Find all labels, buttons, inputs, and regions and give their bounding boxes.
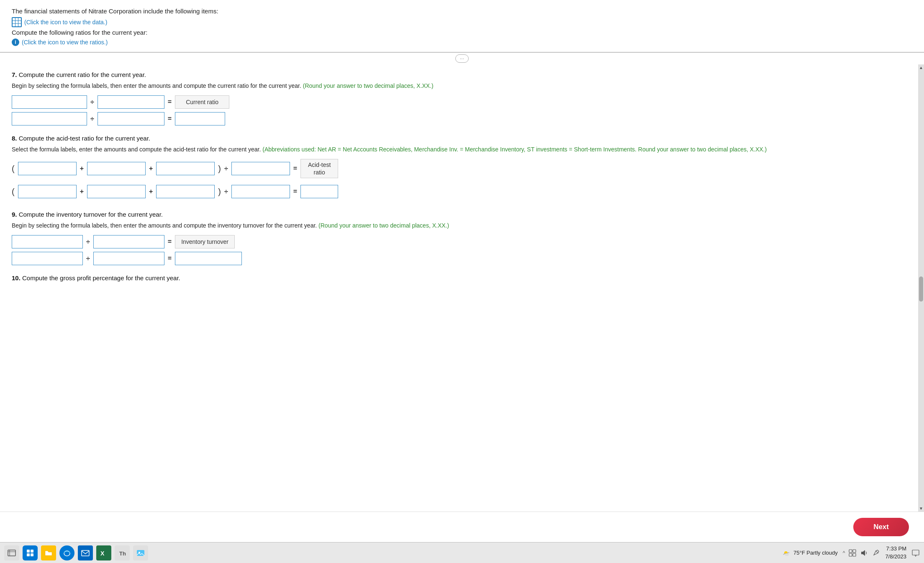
speaker-icon [860,549,868,557]
q8-equals1: = [293,165,297,172]
svg-rect-3 [27,550,30,553]
q8-val1[interactable] [18,185,77,198]
svg-rect-8 [82,550,89,556]
chevron-icon[interactable]: ^ [843,550,845,556]
data-link-row[interactable]: (Click the icon to view the data.) [12,17,912,27]
q7-formula-row1: ÷ = Current ratio [12,95,912,109]
q7-instruction: Begin by selecting the formula labels, t… [12,82,912,90]
scroll-down-arrow[interactable]: ▼ [919,506,923,511]
taskbar-icon-snippingtool[interactable] [4,545,19,560]
weather-widget: 75°F Partly cloudy [781,548,838,558]
divider-dots: ··· [455,54,469,63]
q9-input2[interactable] [93,235,164,248]
question-9: 9. Compute the inventory turnover for th… [12,211,912,265]
scroll-up-arrow[interactable]: ▲ [919,65,923,70]
q8-paren2-open: ( [12,187,15,197]
q7-title: 7. Compute the current ratio for the cur… [12,71,912,78]
svg-rect-5 [27,553,30,556]
q7-divide1: ÷ [90,98,94,106]
q9-val2[interactable] [93,252,164,265]
svg-rect-20 [912,550,919,555]
question-7: 7. Compute the current ratio for the cur… [12,71,912,125]
next-button[interactable]: Next [853,518,909,536]
taskbar-icon-store[interactable] [23,545,38,560]
svg-rect-19 [861,552,863,554]
q8-input3[interactable] [156,162,215,175]
taskview-icon [848,549,857,557]
taskbar-icon-typora[interactable]: Th [115,545,130,560]
q8-result[interactable] [300,185,338,198]
q7-equals1: = [168,98,172,106]
question-8: 8. Compute the acid-test ratio for the c… [12,135,912,202]
q7-result[interactable] [175,112,225,125]
q9-result-label: Inventory turnover [175,235,235,248]
svg-rect-16 [853,550,856,553]
q7-formula-row2: ÷ = [12,112,912,125]
q7-val1[interactable] [12,112,87,125]
scroll-area: 7. Compute the current ratio for the cur… [0,64,924,512]
q8-input4[interactable] [231,162,290,175]
q7-result-label: Current ratio [175,95,229,109]
q9-divide1: ÷ [86,238,90,246]
taskbar-icon-excel[interactable]: X [96,545,111,560]
grid-icon [12,17,22,27]
svg-rect-18 [853,553,856,556]
svg-text:Th: Th [119,550,126,557]
q8-val4[interactable] [231,185,290,198]
pen-icon [872,549,880,557]
svg-rect-0 [8,550,15,556]
q8-val2[interactable] [87,185,146,198]
q8-equals2: = [293,188,297,195]
intro-text: The financial statements of Nitrate Corp… [12,8,912,15]
q8-divide1: ÷ [224,165,228,172]
q8-input1[interactable] [18,162,77,175]
q8-input2[interactable] [87,162,146,175]
q9-formula-row2: ÷ = [12,252,912,265]
q8-plus4: + [149,188,153,195]
q9-instruction: Begin by selecting the formula labels, t… [12,221,912,230]
scrollbar[interactable]: ▲ ▼ [918,64,924,512]
time-display: 7:33 PM [885,545,906,553]
taskbar-sys-icons: ^ [843,549,880,557]
q7-equals2: = [168,115,172,123]
q8-paren1-close: ) [218,164,221,174]
notification-icon[interactable] [911,549,920,557]
q9-result[interactable] [175,252,242,265]
q9-input1[interactable] [12,235,83,248]
taskbar-icon-explorer[interactable] [41,545,56,560]
q8-plus1: + [80,165,84,172]
scroll-thumb[interactable] [919,276,923,302]
q9-formula-row1: ÷ = Inventory turnover [12,235,912,248]
q9-equals1: = [168,238,172,246]
next-button-row: Next [0,512,924,542]
q7-val2[interactable] [98,112,164,125]
taskbar-icon-photos[interactable] [133,545,148,560]
taskbar-time: 7:33 PM 7/8/2023 [885,545,906,560]
ratios-prompt: Compute the following ratios for the cur… [12,29,912,36]
q7-input1[interactable] [12,95,87,109]
ratios-link-row[interactable]: i (Click the icon to view the ratios.) [12,38,912,46]
data-link[interactable]: (Click the icon to view the data.) [24,19,107,26]
q8-paren1-open: ( [12,164,15,174]
svg-point-14 [785,553,789,556]
q8-instruction: Select the formula labels, enter the amo… [12,145,912,154]
q8-plus3: + [80,188,84,195]
divider: ··· [0,52,924,64]
q9-equals2: = [168,255,172,262]
q8-plus2: + [149,165,153,172]
q8-val3[interactable] [156,185,215,198]
svg-rect-15 [849,550,852,553]
q9-val1[interactable] [12,252,83,265]
svg-rect-6 [31,553,33,556]
q7-input2[interactable] [98,95,164,109]
taskbar-icon-edge[interactable] [59,545,74,560]
date-display: 7/8/2023 [885,553,906,560]
ratios-link[interactable]: (Click the icon to view the ratios.) [22,39,108,46]
q8-formula-row1: ( + + ) ÷ = Acid-testratio [12,159,912,178]
q9-title: 9. Compute the inventory turnover for th… [12,211,912,218]
q10-title: 10. Compute the gross profit percentage … [12,274,912,282]
q8-formula-row2: ( + + ) ÷ = [12,185,912,198]
q8-divide2: ÷ [224,188,228,195]
taskbar: X Th 75°F Partly cloudy ^ 7:33 PM 7/8/20… [0,542,924,563]
taskbar-icon-mail[interactable] [78,545,93,560]
